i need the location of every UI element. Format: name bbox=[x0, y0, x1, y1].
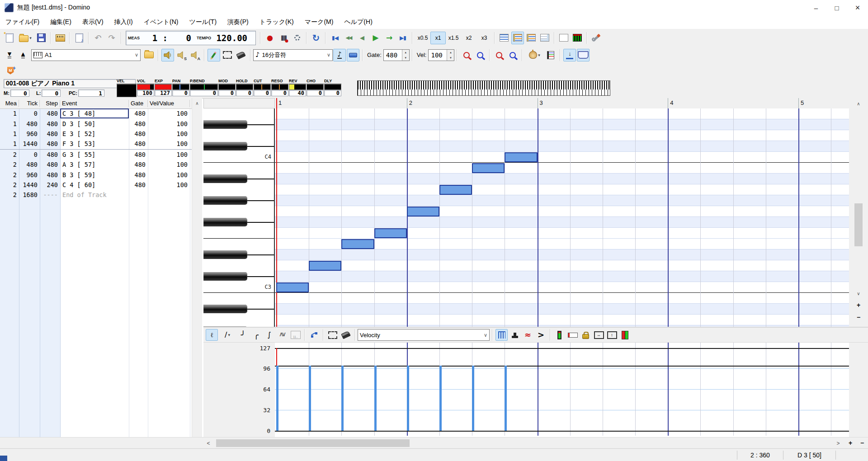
meter-bar[interactable] bbox=[254, 84, 271, 90]
piano-key-G3[interactable] bbox=[203, 206, 274, 217]
pan-display-button[interactable] bbox=[566, 329, 579, 341]
skip-to-end-button[interactable]: ▶▮ bbox=[396, 32, 409, 44]
event-cell[interactable]: D 3 [ 50] bbox=[60, 120, 129, 127]
onion-skin-button[interactable]: ▾ bbox=[525, 49, 543, 61]
event-header-tick[interactable]: Tick bbox=[19, 100, 40, 107]
loop-button[interactable]: ↻ bbox=[310, 32, 322, 44]
scale-values-button[interactable]: ↕ bbox=[606, 329, 618, 341]
event-cell[interactable]: 480 bbox=[40, 110, 60, 117]
gate-value[interactable]: 480 bbox=[384, 52, 402, 59]
vzoom-plus-button[interactable]: + bbox=[854, 301, 863, 310]
piano-key-E4[interactable] bbox=[203, 108, 274, 119]
piano-key-A#2[interactable] bbox=[203, 304, 274, 315]
piano-key-E3[interactable] bbox=[203, 239, 274, 249]
meter-bar[interactable] bbox=[190, 84, 218, 90]
time-zoom-x0.5[interactable]: x0.5 bbox=[415, 32, 430, 44]
event-cell[interactable]: 1 bbox=[0, 110, 19, 117]
event-cell[interactable]: 100 bbox=[148, 110, 190, 117]
event-cell[interactable]: 2 bbox=[0, 151, 19, 158]
grid-row-C#3[interactable] bbox=[275, 271, 849, 282]
piano-key-D4[interactable] bbox=[203, 130, 274, 141]
meter-bar[interactable] bbox=[289, 84, 306, 90]
close-button[interactable]: × bbox=[847, 0, 868, 15]
track-field-value[interactable]: 1 bbox=[78, 89, 104, 97]
curve-tool-1[interactable]: ╯ bbox=[237, 329, 249, 341]
meter-bar[interactable] bbox=[271, 84, 288, 90]
event-cell[interactable]: 960 bbox=[19, 130, 40, 137]
midi-setup-button[interactable] bbox=[54, 32, 66, 44]
grid-row-C#4[interactable] bbox=[275, 141, 849, 152]
rewind-button[interactable]: ◀◀ bbox=[342, 32, 355, 44]
open-dropdown-icon[interactable]: ▾ bbox=[29, 36, 32, 40]
event-cell[interactable]: A 3 [ 57] bbox=[60, 161, 129, 168]
meter-bar[interactable] bbox=[307, 84, 324, 90]
black-key[interactable] bbox=[203, 272, 247, 281]
menu-item-0[interactable]: ファイル(F) bbox=[0, 15, 45, 29]
note-D3[interactable] bbox=[309, 261, 341, 271]
vscroll-thumb[interactable] bbox=[854, 203, 863, 246]
metronome-settings-button[interactable] bbox=[291, 32, 303, 44]
piano-keyboard[interactable]: C4C3 bbox=[203, 108, 275, 327]
bar-draw-mode[interactable] bbox=[495, 329, 508, 341]
view-piano-roll-button[interactable] bbox=[511, 32, 524, 44]
velocity-bar-C4[interactable] bbox=[505, 366, 507, 431]
menu-item-8[interactable]: マーク(M) bbox=[299, 15, 339, 29]
piano-roll-grid[interactable] bbox=[275, 108, 849, 327]
track-select[interactable]: A1 ∨ bbox=[31, 49, 141, 61]
black-key[interactable] bbox=[203, 142, 247, 151]
event-cell[interactable]: 2 bbox=[0, 191, 19, 198]
event-cell[interactable]: 100 bbox=[148, 151, 190, 158]
add-marker-button[interactable]: M + bbox=[5, 65, 16, 76]
wave-tool[interactable]: ≈ bbox=[522, 329, 534, 341]
meter-value[interactable]: 0 bbox=[190, 90, 218, 96]
note-G3[interactable] bbox=[407, 207, 439, 216]
grid-row-C3[interactable] bbox=[275, 282, 849, 293]
event-cell[interactable]: 480 bbox=[129, 181, 148, 188]
record-pause-button[interactable]: ▮▮● bbox=[277, 32, 290, 44]
event-header-step[interactable]: Step bbox=[40, 100, 60, 107]
event-cell[interactable]: 1 bbox=[0, 130, 19, 137]
black-key[interactable] bbox=[203, 174, 247, 183]
onion-dropdown-icon[interactable]: ▾ bbox=[538, 53, 540, 57]
event-cell[interactable]: 2 bbox=[0, 161, 19, 168]
piano-key-F#3[interactable] bbox=[203, 217, 274, 228]
event-cell[interactable]: 100 bbox=[148, 161, 190, 168]
scroll-right-icon[interactable]: > bbox=[834, 439, 842, 447]
menu-item-4[interactable]: イベント(N) bbox=[138, 15, 184, 29]
piano-key-D3[interactable] bbox=[203, 260, 274, 271]
new-file-button[interactable]: * bbox=[3, 32, 16, 44]
random-tool[interactable]: ΛV bbox=[276, 329, 288, 341]
event-cell[interactable]: 480 bbox=[40, 140, 60, 147]
meter-bar[interactable] bbox=[324, 84, 341, 90]
event-cell[interactable]: 100 bbox=[148, 120, 190, 127]
event-cell[interactable]: ---- bbox=[40, 191, 60, 198]
time-zoom-x1[interactable]: x1 bbox=[430, 32, 446, 44]
grid-row-A#3[interactable] bbox=[275, 174, 849, 184]
pencil-tool-button[interactable] bbox=[208, 49, 220, 61]
menu-item-9[interactable]: ヘルプ(H) bbox=[339, 15, 377, 29]
piano-key-B2[interactable] bbox=[203, 293, 274, 304]
event-cell[interactable]: 2 bbox=[0, 171, 19, 179]
piano-key-C#3[interactable] bbox=[203, 271, 274, 282]
piano-roll-vscrollbar[interactable]: ∧ ∨ + − bbox=[849, 98, 868, 327]
event-cell[interactable]: 2 bbox=[0, 181, 19, 188]
velocity-bar-A3[interactable] bbox=[439, 366, 442, 431]
event-row[interactable]: 20480G 3 [ 55]480100 bbox=[0, 149, 192, 160]
meter-value[interactable]: 0 bbox=[218, 90, 236, 96]
meter-display-button[interactable] bbox=[553, 329, 566, 341]
crescendo-tool[interactable]: > bbox=[535, 329, 547, 341]
event-row[interactable]: 21680----End of Track bbox=[0, 190, 192, 200]
piano-key-A3[interactable] bbox=[203, 184, 274, 195]
event-row[interactable]: 2960480B 3 [ 59]480100 bbox=[0, 169, 192, 179]
curve-tool-2[interactable]: ╭ bbox=[250, 329, 262, 341]
grid-row-C4[interactable] bbox=[275, 152, 849, 163]
view-multi-roll-button[interactable] bbox=[525, 32, 538, 44]
velocity-bar-E3[interactable] bbox=[341, 366, 344, 431]
menu-item-1[interactable]: 編集(E) bbox=[45, 15, 77, 29]
grid-row-B3[interactable] bbox=[275, 163, 849, 174]
line-dropdown-icon[interactable]: ▾ bbox=[228, 333, 230, 337]
score-view-toggle[interactable] bbox=[577, 49, 590, 61]
grid-row-D3[interactable] bbox=[275, 260, 849, 271]
hzoom-out-button[interactable] bbox=[474, 49, 486, 61]
event-cell[interactable]: 480 bbox=[129, 120, 148, 127]
